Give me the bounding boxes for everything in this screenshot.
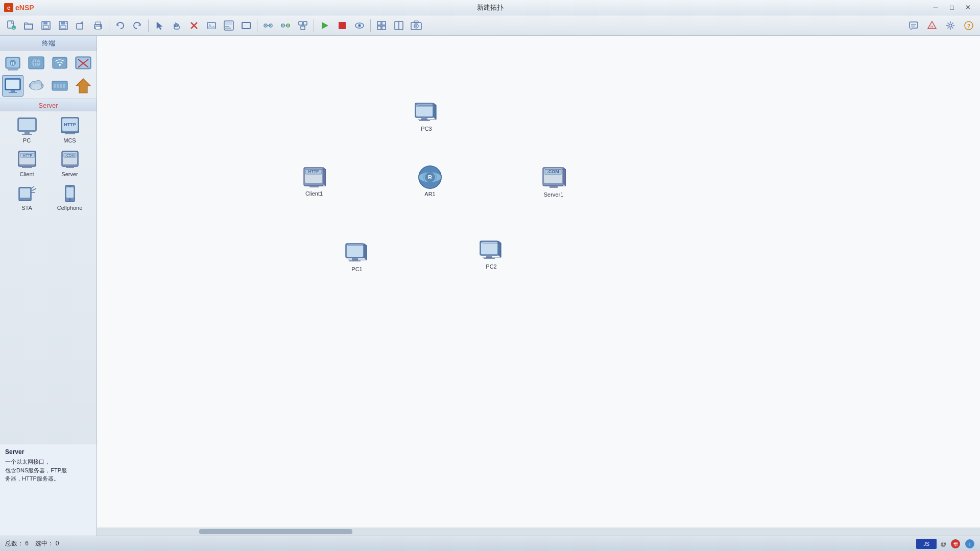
grid-button[interactable]	[373, 18, 390, 33]
server-device-item[interactable]: .COM Server	[50, 148, 90, 180]
canvas-device-ar1[interactable]: R AR1	[417, 164, 443, 197]
svg-rect-45	[377, 21, 381, 25]
svg-text:JS: JS	[923, 541, 929, 547]
hand-button[interactable]	[169, 18, 185, 33]
connect-button[interactable]	[260, 18, 276, 33]
svg-rect-110	[66, 167, 74, 168]
client-device-label: Client	[19, 171, 34, 177]
taskbar-icon-2: 华	[950, 539, 961, 549]
svg-rect-22	[225, 22, 232, 25]
scrollbar-thumb[interactable]	[199, 529, 352, 534]
cellphone-device-item[interactable]: Cellphone	[50, 182, 90, 213]
svg-rect-24	[225, 28, 231, 29]
maximize-button[interactable]: □	[944, 3, 960, 13]
svg-rect-9	[61, 26, 66, 29]
custom-button[interactable]	[203, 18, 220, 33]
taskbar-notification[interactable]: !	[965, 539, 975, 549]
stop-all-button[interactable]	[334, 18, 350, 33]
terminal-power[interactable]	[73, 75, 94, 97]
svg-rect-91	[63, 84, 65, 88]
svg-rect-95	[25, 132, 30, 134]
svg-rect-55	[910, 22, 918, 28]
svg-rect-143	[347, 245, 363, 257]
svg-rect-89	[57, 84, 59, 88]
canvas-device-pc1[interactable]: PC1	[344, 243, 370, 272]
svg-rect-41	[339, 22, 346, 29]
redo-button[interactable]	[129, 18, 146, 33]
rect-button[interactable]	[238, 18, 254, 33]
svg-text:H: H	[930, 25, 934, 29]
terminal-cloud[interactable]	[26, 75, 47, 97]
svg-point-34	[282, 25, 283, 26]
svg-rect-54	[414, 21, 418, 23]
pc-device-item[interactable]: PC	[7, 114, 47, 146]
minimize-button[interactable]: ─	[928, 3, 943, 13]
pc-device-label: PC	[23, 137, 31, 143]
horizontal-scrollbar[interactable]	[97, 528, 980, 536]
svg-rect-120	[68, 186, 71, 187]
svg-rect-90	[60, 84, 62, 88]
delete-button[interactable]	[186, 18, 202, 33]
svg-rect-67	[8, 69, 18, 70]
split-button[interactable]	[391, 18, 407, 33]
svg-rect-38	[301, 26, 305, 30]
svg-text:R: R	[428, 174, 432, 180]
app-logo: e eNSP	[4, 3, 34, 12]
canvas-device-server1[interactable]: .COM Server1	[541, 166, 566, 198]
svg-rect-124	[419, 120, 430, 121]
new-file-button[interactable]: +	[3, 18, 19, 33]
ar1-label: AR1	[424, 191, 435, 197]
chat-button[interactable]	[905, 18, 922, 33]
pc1-label: PC1	[351, 266, 362, 272]
canvas-device-pc2[interactable]: PC2	[479, 240, 504, 270]
huawei-button[interactable]: H	[924, 18, 940, 33]
import-button[interactable]	[73, 18, 89, 33]
svg-text:.COM: .COM	[547, 169, 559, 174]
save-as-button[interactable]: +	[55, 18, 71, 33]
terminal-router-r[interactable]: R	[2, 53, 23, 74]
canvas-area[interactable]: PC3 HTTP Client1 R	[97, 36, 980, 536]
auto-connect-button[interactable]	[277, 18, 294, 33]
close-button[interactable]: ✕	[961, 3, 976, 13]
svg-rect-118	[66, 187, 74, 198]
svg-point-60	[949, 24, 952, 27]
svg-point-86	[31, 84, 41, 90]
text-button[interactable]	[221, 18, 237, 33]
undo-button[interactable]	[112, 18, 128, 33]
server-device-label: Server	[61, 171, 78, 177]
terminal-router-wifi[interactable]	[49, 53, 70, 74]
svg-rect-149	[484, 258, 495, 259]
select-button[interactable]	[151, 18, 168, 33]
start-all-button[interactable]	[317, 18, 333, 33]
save-file-button[interactable]	[38, 18, 54, 33]
help-button[interactable]: ?	[961, 18, 977, 33]
selected-value: 0	[56, 540, 59, 547]
open-file-button[interactable]	[20, 18, 37, 33]
svg-rect-3	[25, 25, 33, 29]
terminal-pc-monitor[interactable]	[2, 75, 23, 97]
settings-button[interactable]	[942, 18, 959, 33]
terminal-router-x[interactable]	[73, 53, 94, 74]
svg-text:HTTP: HTTP	[64, 122, 76, 127]
svg-rect-47	[377, 26, 381, 30]
sta-device-label: STA	[21, 205, 32, 211]
svg-rect-147	[481, 242, 497, 254]
svg-rect-94	[19, 119, 35, 130]
capture-button[interactable]	[408, 18, 424, 33]
svg-rect-37	[303, 21, 307, 25]
svg-rect-73	[53, 57, 67, 68]
terminal-switch[interactable]	[49, 75, 70, 97]
sta-device-item[interactable]: STA	[7, 182, 47, 213]
view-button[interactable]	[351, 18, 368, 33]
svg-rect-5	[43, 21, 47, 25]
separator-5	[370, 19, 371, 32]
client-device-item[interactable]: HTTP Client	[7, 148, 47, 180]
description-title: Server	[5, 448, 91, 456]
status-right: JS @ 华 !	[916, 539, 975, 549]
canvas-device-pc3[interactable]: PC3	[414, 102, 439, 132]
canvas-device-client1[interactable]: HTTP Client1	[302, 166, 326, 197]
mcs-device-item[interactable]: HTTP MCS	[50, 114, 90, 146]
terminal-router-net[interactable]	[26, 53, 47, 74]
topology-button[interactable]	[295, 18, 311, 33]
print-button[interactable]	[90, 18, 106, 33]
